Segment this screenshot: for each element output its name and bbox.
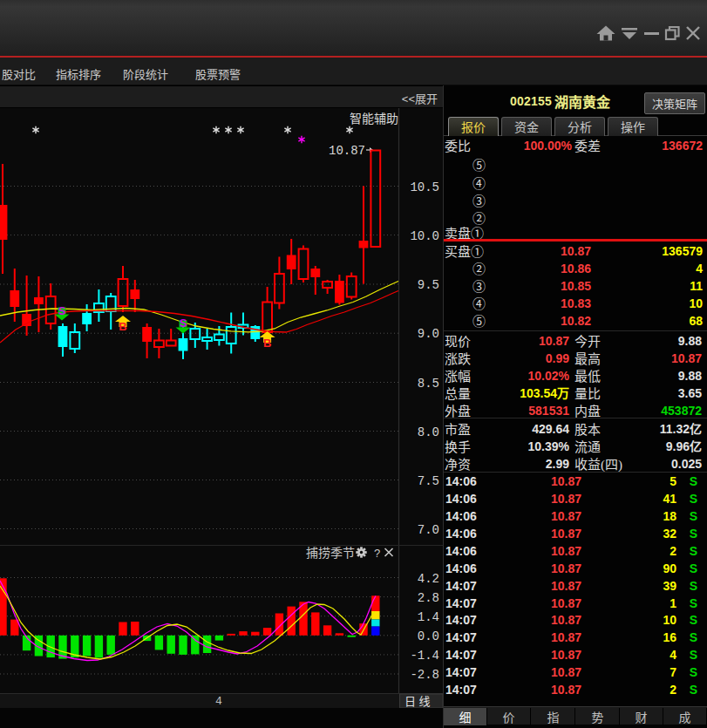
svg-text:8.5: 8.5	[418, 377, 439, 391]
svg-text:7.5: 7.5	[418, 474, 439, 488]
svg-text:?: ?	[374, 547, 380, 560]
svg-text:-2.8: -2.8	[410, 668, 439, 682]
svg-text:捕捞季节: 捕捞季节	[306, 543, 355, 561]
svg-text:日 线: 日 线	[404, 692, 431, 709]
svg-text:10.0: 10.0	[410, 229, 439, 243]
svg-text:10.5: 10.5	[410, 180, 439, 194]
svg-text:<<展开: <<展开	[402, 90, 438, 106]
svg-text:9.5: 9.5	[418, 278, 439, 292]
svg-text:4.2: 4.2	[418, 572, 439, 586]
svg-text:9.0: 9.0	[418, 327, 439, 341]
svg-text:7.0: 7.0	[418, 523, 439, 537]
svg-text:4: 4	[215, 695, 222, 708]
svg-text:S: S	[58, 304, 66, 317]
svg-text:智能辅助: 智能辅助	[350, 109, 398, 126]
svg-text:-1.4: -1.4	[410, 649, 439, 663]
svg-text:B: B	[263, 337, 271, 350]
svg-text:2.8: 2.8	[418, 591, 439, 605]
svg-text:10.87: 10.87	[329, 144, 365, 158]
svg-text:B: B	[119, 320, 126, 333]
svg-text:S: S	[180, 316, 187, 330]
svg-text:1.4: 1.4	[418, 610, 439, 624]
svg-text:0.0: 0.0	[418, 629, 439, 643]
svg-text:8.0: 8.0	[418, 425, 439, 439]
